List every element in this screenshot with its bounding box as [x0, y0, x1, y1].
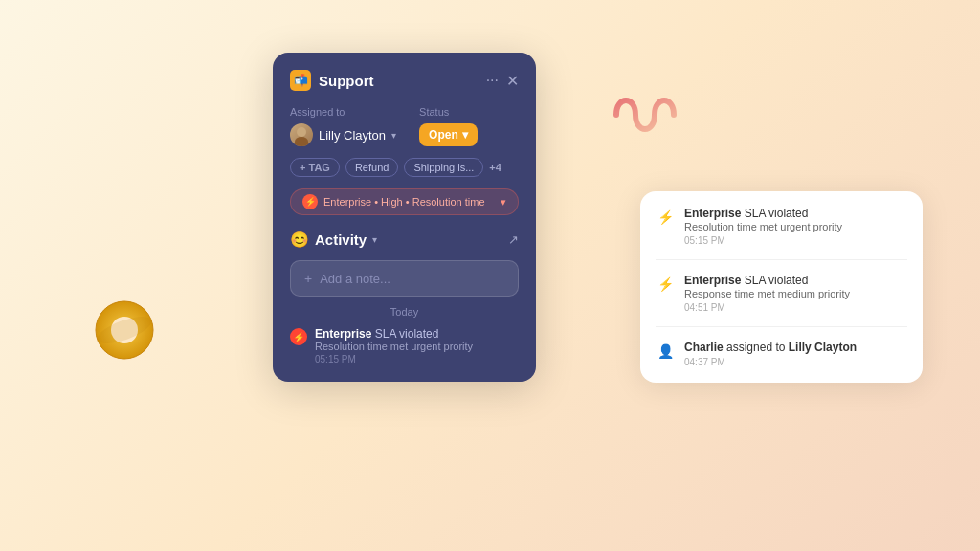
assignee-avatar — [290, 123, 313, 146]
status-button[interactable]: Open ▾ — [419, 123, 478, 146]
panel-header-actions: ··· ✕ — [486, 72, 519, 90]
notif-3-target: Lilly Clayton — [789, 341, 857, 354]
notif-1-desc: SLA violated — [745, 207, 809, 220]
notif-3-time: 04:37 PM — [684, 357, 857, 367]
status-label: Status — [419, 106, 478, 118]
panel-activity-desc: SLA violated — [375, 327, 439, 341]
tags-more-count[interactable]: +4 — [489, 162, 501, 173]
activity-icon: 😊 — [290, 231, 309, 249]
activity-chevron-icon: ▾ — [372, 234, 377, 245]
assigned-label: Assigned to — [290, 106, 396, 118]
activity-title-group: 😊 Activity ▾ — [290, 231, 377, 249]
notif-2-org: Enterprise — [684, 274, 741, 287]
sla-chevron-icon: ▾ — [501, 196, 506, 209]
tag-shipping[interactable]: Shipping is... — [404, 158, 483, 177]
notif-1-org: Enterprise — [684, 207, 741, 220]
notif-2-bolt-icon: ⚡ — [656, 275, 675, 294]
panel-activity-title: Enterprise SLA violated — [315, 327, 473, 341]
tag-refund[interactable]: Refund — [345, 158, 398, 177]
assign-status-row: Assigned to Lilly Clayton ▾ Status Open … — [290, 106, 519, 146]
notif-2-title: Enterprise SLA violated — [684, 274, 850, 287]
close-button[interactable]: ✕ — [506, 72, 519, 90]
status-field: Status Open ▾ — [419, 106, 478, 146]
bolt-red-icon: ⚡ — [290, 328, 307, 345]
note-placeholder: Add a note... — [320, 272, 390, 286]
notif-2-time: 04:51 PM — [684, 302, 850, 313]
sla-text: Enterprise • High • Resolution time — [323, 196, 485, 208]
notif-item-1: ⚡ Enterprise SLA violated Resolution tim… — [656, 207, 907, 260]
panel-activity-item: ⚡ Enterprise SLA violated Resolution tim… — [290, 327, 519, 364]
activity-title: Activity — [315, 231, 367, 248]
note-input[interactable]: + Add a note... — [290, 260, 519, 297]
panel-title: Support — [319, 73, 374, 89]
status-value: Open — [429, 128, 458, 142]
external-link-button[interactable]: ↗ — [508, 232, 519, 247]
notif-2-desc: SLA violated — [745, 274, 809, 287]
notif-3-content: Charlie assigned to Lilly Clayton 04:37 … — [684, 341, 857, 367]
add-tag-label: + TAG — [300, 162, 330, 173]
notif-1-subtitle: Resolution time met urgent prority — [684, 221, 842, 232]
notif-2-subtitle: Response time met medium priority — [684, 288, 850, 299]
more-options-button[interactable]: ··· — [486, 72, 499, 89]
add-note-plus-icon: + — [304, 271, 312, 286]
panel-activity-subtitle: Resolution time met urgent prority — [315, 341, 473, 352]
notif-3-person-icon: 👤 — [656, 342, 675, 361]
notif-2-content: Enterprise SLA violated Response time me… — [684, 274, 850, 313]
activity-header: 😊 Activity ▾ ↗ — [290, 231, 519, 249]
panel-activity-time: 05:15 PM — [315, 354, 473, 364]
notif-3-title: Charlie assigned to Lilly Clayton — [684, 341, 857, 354]
support-icon: 📬 — [290, 70, 311, 91]
sla-bolt-icon: ⚡ — [302, 194, 318, 209]
sla-button[interactable]: ⚡ Enterprise • High • Resolution time ▾ — [290, 188, 519, 215]
notifications-panel: ⚡ Enterprise SLA violated Resolution tim… — [640, 191, 923, 383]
tags-row: + TAG Refund Shipping is... +4 — [290, 158, 519, 177]
assignee-name: Lilly Clayton — [319, 128, 386, 143]
panel-title-group: 📬 Support — [290, 70, 374, 91]
decorative-squiggle — [607, 86, 683, 143]
sla-row: ⚡ Enterprise • High • Resolution time ▾ — [290, 188, 519, 215]
notif-1-title: Enterprise SLA violated — [684, 207, 842, 220]
assignee-chevron-icon: ▾ — [391, 130, 396, 141]
panel-activity-content: Enterprise SLA violated Resolution time … — [315, 327, 473, 364]
notif-1-content: Enterprise SLA violated Resolution time … — [684, 207, 842, 246]
notif-1-time: 05:15 PM — [684, 235, 842, 246]
notif-3-action: assigned to — [726, 341, 789, 354]
status-chevron-icon: ▾ — [462, 128, 468, 142]
assigned-field: Assigned to Lilly Clayton ▾ — [290, 106, 396, 146]
notif-item-2: ⚡ Enterprise SLA violated Response time … — [656, 274, 907, 327]
panel-header: 📬 Support ··· ✕ — [290, 70, 519, 91]
support-panel: 📬 Support ··· ✕ Assigned to Lilly Clayto… — [273, 53, 536, 382]
notif-3-person: Charlie — [684, 341, 724, 354]
notif-1-bolt-icon: ⚡ — [656, 208, 675, 227]
decorative-donut — [91, 297, 158, 364]
panel-activity-org: Enterprise — [315, 327, 371, 341]
notif-item-3: 👤 Charlie assigned to Lilly Clayton 04:3… — [656, 341, 907, 367]
assignee-button[interactable]: Lilly Clayton ▾ — [290, 123, 396, 146]
today-label: Today — [290, 306, 519, 318]
add-tag-button[interactable]: + TAG — [290, 158, 340, 177]
